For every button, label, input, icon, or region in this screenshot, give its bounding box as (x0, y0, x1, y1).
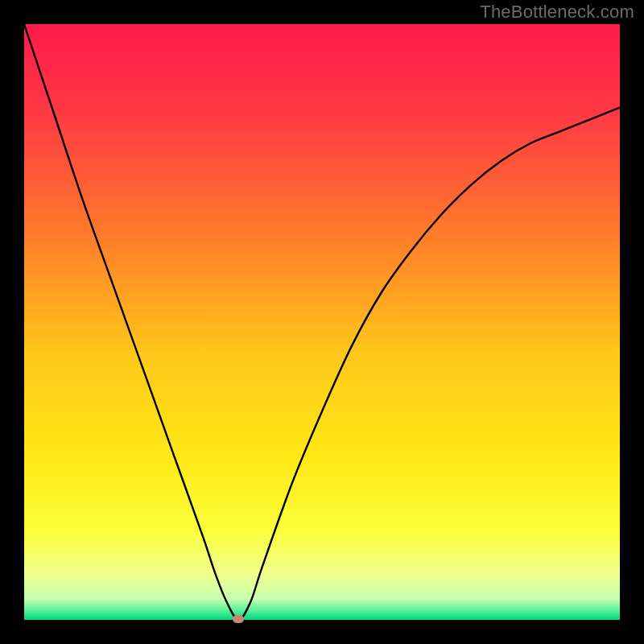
gradient-background (24, 24, 620, 620)
chart-container: TheBottleneck.com (0, 0, 644, 644)
watermark-label: TheBottleneck.com (480, 2, 634, 23)
svg-rect-0 (24, 24, 620, 620)
optimum-marker (233, 615, 244, 623)
